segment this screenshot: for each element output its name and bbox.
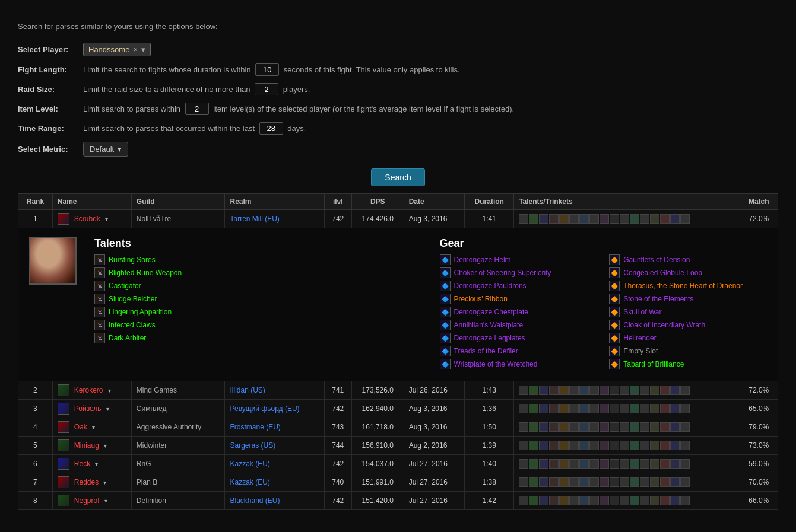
name-cell: Ройзель ▾ xyxy=(52,400,131,418)
expand-arrow-icon[interactable]: ▾ xyxy=(108,387,111,394)
guild-link[interactable]: RnG xyxy=(137,460,151,468)
fight-length-row: Fight Length: Limit the search to fights… xyxy=(18,63,778,76)
col-guild: Guild xyxy=(131,194,225,210)
guild-link[interactable]: NollTvåTre xyxy=(137,215,171,223)
guild-link[interactable]: Aggressive Authority xyxy=(137,423,201,431)
player-tag[interactable]: Handssome × ▾ xyxy=(83,43,151,56)
player-name-link[interactable]: Kerokero xyxy=(74,386,103,394)
select-metric-label: Select Metric: xyxy=(18,145,83,154)
table-row[interactable]: 7 Reddes ▾ Plan B Kazzak (EU) 740 151,99… xyxy=(18,473,778,492)
expand-arrow-icon[interactable]: ▾ xyxy=(104,442,107,449)
table-row[interactable]: 1 Scrubdk ▾ NollTvåTre Tarren Mill (EU) … xyxy=(18,210,778,228)
gear-item: 🔷 Treads of the Defiler xyxy=(440,346,598,356)
talent-item: ⚔ Infected Claws xyxy=(94,320,422,330)
realm-link[interactable]: Ревущий фьорд (EU) xyxy=(230,404,299,413)
talent-name: Dark Arbiter xyxy=(109,334,146,342)
table-row[interactable]: 8 Negprof ▾ Definition Blackhand (EU) 74… xyxy=(18,492,778,510)
gear-name[interactable]: Stone of the Elements xyxy=(623,295,693,303)
table-row[interactable]: 3 Ройзель ▾ Симплед Ревущий фьорд (EU) 7… xyxy=(18,400,778,418)
guild-cell: Plan B xyxy=(131,473,225,492)
ilvl-cell: 742 xyxy=(324,400,351,418)
player-name-link[interactable]: Negprof xyxy=(74,496,100,505)
metric-dropdown[interactable]: Default ▾ xyxy=(83,142,128,157)
duration-cell: 1:36 xyxy=(465,400,514,418)
gear-name[interactable]: Demongaze Helm xyxy=(454,256,511,264)
gear-name[interactable]: Thorasus, the Stone Heart of Draenor xyxy=(623,282,743,290)
player-dropdown-icon[interactable]: ▾ xyxy=(141,45,145,54)
remove-player-icon[interactable]: × xyxy=(133,45,138,54)
gear-name[interactable]: Demongaze Legplates xyxy=(454,334,525,342)
gear-name[interactable]: Congealed Globule Loop xyxy=(623,269,702,277)
fight-length-input[interactable]: 10 xyxy=(255,63,279,76)
select-metric-row: Select Metric: Default ▾ xyxy=(18,142,778,157)
search-button[interactable]: Search xyxy=(371,168,424,186)
search-button-container: Search xyxy=(18,168,778,186)
gear-name[interactable]: Wristplate of the Wretched xyxy=(454,360,538,368)
player-name-link[interactable]: Oak xyxy=(74,423,87,431)
gear-name[interactable]: Tabard of Brilliance xyxy=(623,360,684,368)
gear-name[interactable]: Treads of the Defiler xyxy=(454,347,518,355)
name-cell: Negprof ▾ xyxy=(52,492,131,510)
player-name-link[interactable]: Miniaug xyxy=(74,441,99,450)
guild-link[interactable]: Симплед xyxy=(137,404,167,413)
table-row[interactable]: 5 Miniaug ▾ Midwinter Sargeras (US) 744 … xyxy=(18,437,778,455)
table-row[interactable]: 6 Reck ▾ RnG Kazzak (EU) 742 154,037.0 J… xyxy=(18,455,778,473)
ilvl-cell: 741 xyxy=(324,381,351,400)
table-row[interactable]: 4 Oak ▾ Aggressive Authority Frostmane (… xyxy=(18,418,778,437)
expand-arrow-icon[interactable]: ▾ xyxy=(106,406,109,412)
guild-link[interactable]: Midwinter xyxy=(137,441,167,450)
gear-name[interactable]: Precious' Ribbon xyxy=(454,295,508,303)
ilvl-cell: 742 xyxy=(324,492,351,510)
talent-name: Castigator xyxy=(109,282,141,290)
duration-cell: 1:39 xyxy=(465,437,514,455)
expand-arrow-icon[interactable]: ▾ xyxy=(92,424,95,431)
expand-arrow-icon[interactable]: ▾ xyxy=(95,461,98,467)
talents-section: Talents ⚔ Bursting Sores ⚔ Blighted Rune… xyxy=(94,237,422,372)
gear-name[interactable]: Gauntlets of Derision xyxy=(623,256,690,264)
rank-cell: 8 xyxy=(18,492,53,510)
realm-link[interactable]: Frostmane (EU) xyxy=(230,423,280,431)
gear-name[interactable]: Choker of Sneering Superiority xyxy=(454,269,551,277)
gear-name[interactable]: Annihilan's Waistplate xyxy=(454,321,524,329)
date-cell: Jul 27, 2016 xyxy=(404,473,465,492)
ilvl-cell: 742 xyxy=(324,210,351,228)
gear-name[interactable]: Hellrender xyxy=(623,334,656,342)
match-cell: 72.0% xyxy=(740,381,778,400)
gear-name[interactable]: Demongaze Pauldrons xyxy=(454,282,527,290)
player-name-link[interactable]: Scrubdk xyxy=(74,215,100,223)
table-row[interactable]: 2 Kerokero ▾ Mind Games Illidan (US) 741… xyxy=(18,381,778,400)
metric-dropdown-icon: ▾ xyxy=(118,145,122,154)
talent-item: ⚔ Lingering Apparition xyxy=(94,307,422,317)
raid-size-input[interactable]: 2 xyxy=(255,83,278,95)
gear-name[interactable]: Empty Slot xyxy=(623,347,658,355)
talent-item: ⚔ Dark Arbiter xyxy=(94,333,422,343)
fight-length-value: Limit the search to fights whose duratio… xyxy=(83,63,460,76)
realm-link[interactable]: Illidan (US) xyxy=(230,386,265,394)
gear-name[interactable]: Cloak of Incendiary Wrath xyxy=(623,321,705,329)
guild-link[interactable]: Plan B xyxy=(137,478,157,486)
guild-link[interactable]: Mind Games xyxy=(137,386,177,394)
player-name-link[interactable]: Reddes xyxy=(74,478,99,486)
raid-size-row: Raid Size: Limit the raid size to a diff… xyxy=(18,83,778,95)
ilvl-cell: 740 xyxy=(324,473,351,492)
gear-name[interactable]: Demongaze Chestplate xyxy=(454,308,528,316)
expand-arrow-icon[interactable]: ▾ xyxy=(104,498,107,504)
expand-arrow-icon[interactable]: ▾ xyxy=(103,479,106,486)
player-name-link[interactable]: Reck xyxy=(74,460,90,468)
realm-link[interactable]: Kazzak (EU) xyxy=(230,460,269,468)
time-range-input[interactable]: 28 xyxy=(259,122,283,135)
realm-cell: Frostmane (EU) xyxy=(225,418,324,437)
player-name-link[interactable]: Ройзель xyxy=(74,404,102,413)
item-level-input[interactable]: 2 xyxy=(185,103,209,115)
realm-link[interactable]: Kazzak (EU) xyxy=(230,478,269,486)
expand-arrow-icon[interactable]: ▾ xyxy=(105,216,108,222)
realm-link[interactable]: Tarren Mill (EU) xyxy=(230,215,279,223)
realm-link[interactable]: Blackhand (EU) xyxy=(230,496,280,505)
realm-cell: Illidan (US) xyxy=(225,381,324,400)
guild-link[interactable]: Definition xyxy=(137,496,166,505)
realm-link[interactable]: Sargeras (US) xyxy=(230,441,275,450)
expanded-content-cell: Talents ⚔ Bursting Sores ⚔ Blighted Rune… xyxy=(18,228,778,381)
col-match: Match xyxy=(740,194,778,210)
gear-name[interactable]: Skull of War xyxy=(623,308,661,316)
talents-cell xyxy=(514,381,740,400)
